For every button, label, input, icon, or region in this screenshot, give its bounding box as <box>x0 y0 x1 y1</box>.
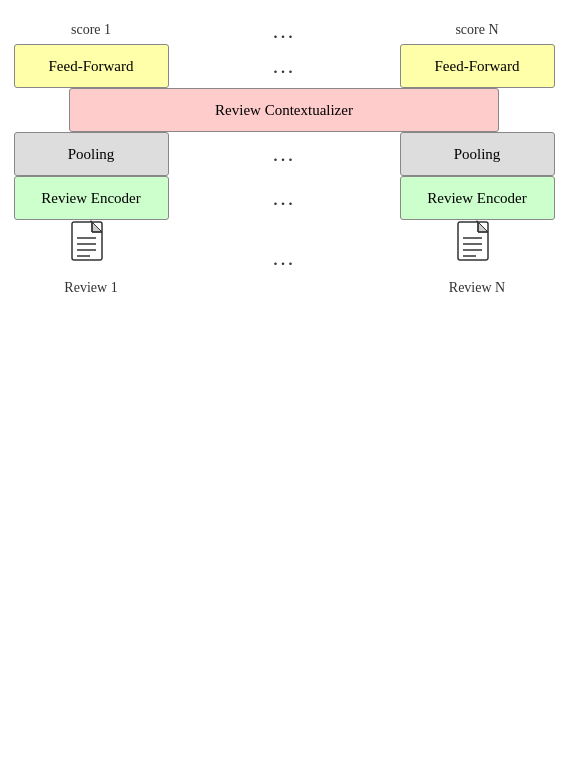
encoder-label-N: Review Encoder <box>427 190 527 207</box>
review1-label: Review 1 <box>64 280 117 296</box>
pooling-row: Pooling ... Pooling <box>0 132 568 176</box>
pooling-label-N: Pooling <box>454 146 501 163</box>
score1-label-col: score 1 <box>0 22 182 40</box>
reviewN-label: Review N <box>449 280 505 296</box>
poolN-col: Pooling <box>386 132 568 176</box>
dots-scores-text: ... <box>273 18 296 44</box>
pooling-box-1: Pooling <box>14 132 169 176</box>
pool1-col: Pooling <box>0 132 182 176</box>
pooling-label-1: Pooling <box>68 146 115 163</box>
dots-ff-text: ... <box>273 53 296 79</box>
docN-col: Review N <box>386 220 568 296</box>
document-icon-N <box>454 220 500 274</box>
feedforward-row: Feed-Forward ... Feed-Forward <box>0 44 568 88</box>
contextualizer-box: Review Contextualizer <box>69 88 499 132</box>
encoder-label-1: Review Encoder <box>41 190 141 207</box>
scoreN-label-col: score N <box>386 22 568 40</box>
dots-doc: ... <box>182 245 386 271</box>
enc1-col: Review Encoder <box>0 176 182 220</box>
encN-col: Review Encoder <box>386 176 568 220</box>
dots-ff: ... <box>182 53 386 79</box>
dots-pool-text: ... <box>273 141 296 167</box>
dots-doc-text: ... <box>273 245 296 271</box>
architecture-diagram: score 1 ... score N Feed-Forward <box>0 0 568 774</box>
documents-row: Review 1 ... Review N <box>0 220 568 296</box>
encoder-row: Review Encoder ... Review Encoder <box>0 176 568 220</box>
scoreN-label: score N <box>455 22 498 38</box>
dots-scores: ... <box>182 18 386 44</box>
ffN-col: Feed-Forward <box>386 44 568 88</box>
score-labels-row: score 1 ... score N <box>0 18 568 44</box>
dots-pool: ... <box>182 141 386 167</box>
feedforward-box-N: Feed-Forward <box>400 44 555 88</box>
document-icon-1 <box>68 220 114 274</box>
ff1-col: Feed-Forward <box>0 44 182 88</box>
contextualizer-row: Review Contextualizer <box>0 88 568 132</box>
doc1-col: Review 1 <box>0 220 182 296</box>
score1-label: score 1 <box>71 22 111 38</box>
encoder-box-N: Review Encoder <box>400 176 555 220</box>
encoder-box-1: Review Encoder <box>14 176 169 220</box>
dots-enc: ... <box>182 185 386 211</box>
feedforward-box-1: Feed-Forward <box>14 44 169 88</box>
feedforward-label-N: Feed-Forward <box>435 58 520 75</box>
pooling-box-N: Pooling <box>400 132 555 176</box>
feedforward-label-1: Feed-Forward <box>49 58 134 75</box>
dots-enc-text: ... <box>273 185 296 211</box>
contextualizer-label: Review Contextualizer <box>215 102 353 119</box>
